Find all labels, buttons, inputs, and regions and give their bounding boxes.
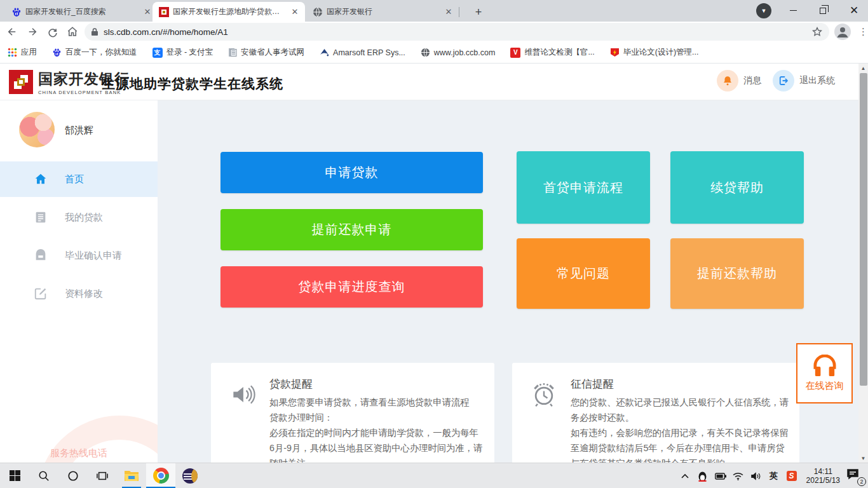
apply-loan-button[interactable]: 申请贷款 bbox=[220, 152, 483, 193]
headset-icon bbox=[811, 355, 838, 377]
url-text[interactable]: sls.cdb.com.cn/#/home/home/A1 bbox=[104, 27, 811, 37]
first-loan-process-button[interactable]: 首贷申请流程 bbox=[517, 151, 650, 224]
home-button[interactable] bbox=[64, 23, 81, 41]
bookmark-thesis-mgmt[interactable]: 毕业论文(设计)管理... bbox=[610, 47, 699, 58]
restore-icon bbox=[820, 8, 826, 14]
chrome-taskbar-button[interactable] bbox=[146, 463, 175, 488]
browser-tabbar: 国家开发银行_百度搜索 ✕ 国家开发银行生源地助学贷款学生 ✕ 国家开发银行 ✕… bbox=[0, 0, 868, 22]
username: 郜洪辉 bbox=[65, 125, 93, 137]
bookmark-alipay[interactable]: 支 登录 - 支付宝 bbox=[153, 47, 214, 58]
sidebar-item-my-loans[interactable]: 我的贷款 bbox=[0, 200, 158, 235]
volume-icon[interactable] bbox=[750, 472, 762, 480]
task-view-button[interactable] bbox=[88, 463, 117, 488]
cortana-button[interactable] bbox=[58, 463, 88, 488]
loan-notice-panel: 贷款提醒 如果您需要申请贷款，请查看生源地贷款申请流程 贷款办理时间： 必须在指… bbox=[211, 363, 494, 463]
tab-title: 国家开发银行_百度搜索 bbox=[25, 6, 139, 17]
loan-progress-query-button[interactable]: 贷款申请进度查询 bbox=[220, 266, 483, 308]
reload-button[interactable] bbox=[44, 23, 61, 41]
system-title: 生源地助学贷款学生在线系统 bbox=[102, 75, 283, 93]
scrollbar-thumb[interactable] bbox=[860, 73, 867, 386]
browser-toolbar: sls.cdb.com.cn/#/home/home/A1 ⋮ bbox=[0, 22, 868, 42]
bookmark-weipu[interactable]: V 维普论文检测【官... bbox=[510, 47, 594, 58]
sidebar-item-edit-profile[interactable]: 资料修改 bbox=[0, 276, 158, 311]
notice-line: 您的贷款、还款记录已报送人民银行个人征信系统，请务必按时还款。 bbox=[571, 395, 791, 425]
sidebar-item-home[interactable]: 首页 bbox=[0, 161, 158, 197]
back-button[interactable] bbox=[4, 23, 20, 41]
cdb-logo bbox=[9, 70, 33, 94]
start-button[interactable] bbox=[0, 463, 29, 488]
alarm-clock-icon bbox=[530, 381, 558, 409]
sidebar-item-label: 资料修改 bbox=[65, 288, 103, 300]
messages-button[interactable]: 消息 bbox=[717, 70, 761, 92]
document-icon bbox=[228, 48, 237, 57]
sidebar-item-label: 我的贷款 bbox=[65, 212, 103, 224]
tab-title: 国家开发银行 bbox=[327, 6, 440, 17]
bookmark-jobccb[interactable]: www.job.ccb.com bbox=[421, 48, 496, 57]
wifi-icon[interactable] bbox=[733, 472, 744, 480]
browser-menu-icon[interactable]: ⋮ bbox=[858, 26, 868, 37]
edit-icon bbox=[33, 286, 48, 301]
scroll-up-icon[interactable]: ▲ bbox=[858, 64, 868, 72]
toolbar-right-group: ⋮ bbox=[834, 24, 868, 40]
sidebar: 郜洪辉 首页 我的贷款 毕业确认申请 资料修改 服务热线电话 bbox=[0, 100, 158, 463]
forward-button[interactable] bbox=[24, 23, 41, 41]
profile-avatar-icon[interactable] bbox=[834, 24, 851, 40]
faq-button[interactable]: 常见问题 bbox=[517, 238, 650, 309]
alipay-icon: 支 bbox=[153, 48, 163, 58]
tab-baidu-search[interactable]: 国家开发银行_百度搜索 ✕ bbox=[5, 2, 158, 22]
renew-loan-help-button[interactable]: 续贷帮助 bbox=[670, 151, 804, 224]
notice-line: 必须在指定的时间内才能申请助学贷款，一般为每年6月-9月，具体以当地县区资助中心… bbox=[269, 425, 483, 463]
bookmark-star-icon[interactable] bbox=[811, 26, 823, 37]
new-tab-button[interactable]: + bbox=[470, 4, 487, 21]
baidu-favicon-icon bbox=[11, 7, 22, 17]
logout-label: 退出系统 bbox=[799, 75, 835, 86]
main-content: 申请贷款 提前还款申请 贷款申请进度查询 首贷申请流程 续贷帮助 常见问题 提前… bbox=[158, 100, 858, 463]
tray-expand-icon[interactable] bbox=[679, 473, 691, 478]
header-actions: 消息 退出系统 bbox=[717, 70, 835, 92]
online-consult-label: 在线咨询 bbox=[806, 380, 844, 392]
notification-badge: 2 bbox=[857, 477, 866, 486]
home-icon bbox=[33, 172, 48, 187]
tab-close-icon[interactable]: ✕ bbox=[444, 7, 454, 17]
bookmark-anhui-exam[interactable]: 安徽省人事考试网 bbox=[228, 47, 304, 58]
window-minimize-button[interactable] bbox=[779, 0, 807, 21]
weipu-v-icon: V bbox=[510, 48, 520, 58]
system-tray: 英 S 14:11 2021/5/13 2 bbox=[679, 463, 868, 488]
tab-title: 国家开发银行生源地助学贷款学生 bbox=[173, 6, 286, 17]
tab-close-icon[interactable]: ✕ bbox=[290, 7, 300, 17]
windows-taskbar: 英 S 14:11 2021/5/13 2 bbox=[0, 463, 868, 488]
address-bar[interactable]: sls.cdb.com.cn/#/home/home/A1 bbox=[85, 23, 829, 41]
window-close-button[interactable]: ✕ bbox=[840, 0, 868, 21]
file-explorer-button[interactable] bbox=[117, 463, 146, 488]
sogou-icon[interactable]: S bbox=[786, 471, 797, 481]
early-repayment-apply-button[interactable]: 提前还款申请 bbox=[220, 209, 483, 250]
online-consult-button[interactable]: 在线咨询 bbox=[796, 343, 853, 403]
eclipse-button[interactable] bbox=[175, 463, 205, 488]
logout-button[interactable]: 退出系统 bbox=[773, 70, 835, 92]
baidu-icon bbox=[52, 48, 62, 57]
taskbar-clock[interactable]: 14:11 2021/5/13 bbox=[806, 467, 840, 485]
bookmark-amarsoft[interactable]: Amarsoft ERP Sys... bbox=[320, 48, 405, 57]
page-scrollbar[interactable]: ▲ ▼ bbox=[858, 64, 868, 463]
bookmark-baidu[interactable]: 百度一下，你就知道 bbox=[52, 47, 137, 58]
bookmark-apps[interactable]: 应用 bbox=[8, 47, 37, 58]
tab-cdb[interactable]: 国家开发银行 ✕ bbox=[306, 2, 459, 22]
tab-cdb-student-loan[interactable]: 国家开发银行生源地助学贷款学生 ✕ bbox=[153, 2, 305, 22]
user-avatar[interactable] bbox=[19, 112, 55, 147]
taskbar-search-button[interactable] bbox=[29, 463, 58, 488]
action-center-button[interactable]: 2 bbox=[846, 468, 863, 484]
amarsoft-icon bbox=[320, 48, 329, 57]
window-restore-button[interactable] bbox=[809, 0, 837, 21]
sidebar-item-graduation-confirm[interactable]: 毕业确认申请 bbox=[0, 238, 158, 273]
tab-close-icon[interactable]: ✕ bbox=[142, 7, 153, 17]
notice-line: 如有违约，会影响您的信用记录，有关不良记录将保留至逾期贷款结清后5年，今后在办理… bbox=[571, 425, 791, 463]
early-repayment-help-button[interactable]: 提前还款帮助 bbox=[670, 238, 804, 309]
eclipse-icon bbox=[182, 468, 198, 484]
minimize-icon bbox=[790, 10, 797, 11]
ime-indicator[interactable]: 英 bbox=[768, 470, 780, 482]
service-hotline-label: 服务热线电话 bbox=[0, 447, 158, 459]
browser-update-icon[interactable]: ▼ bbox=[756, 3, 771, 18]
qq-icon[interactable] bbox=[697, 471, 709, 482]
scroll-down-icon[interactable]: ▼ bbox=[858, 454, 868, 463]
battery-icon[interactable] bbox=[715, 473, 726, 480]
